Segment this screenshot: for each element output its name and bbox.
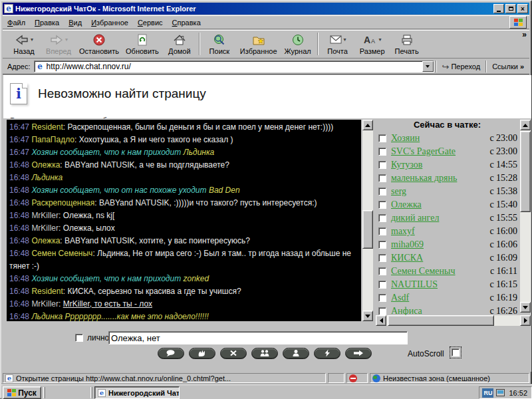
menu-item[interactable]: Справка	[168, 17, 205, 29]
поиск-toolbar-button[interactable]: Поиск	[202, 31, 237, 57]
избранное-toolbar-button[interactable]: Избранное	[237, 31, 281, 57]
start-button[interactable]: Пуск	[3, 386, 41, 399]
назад-toolbar-button[interactable]: ▾Назад	[7, 31, 41, 57]
scroll-down-icon[interactable]	[520, 302, 531, 313]
toolbar-chevron-icon[interactable]: »	[522, 30, 527, 39]
people-icon	[258, 348, 271, 360]
roster-checkbox[interactable]	[378, 214, 386, 222]
roster-user-link[interactable]: дикий ангел	[391, 213, 439, 223]
roster-row: NAUTILUSс 16:15	[376, 278, 519, 291]
address-dropdown-button[interactable]	[422, 61, 434, 72]
scroll-left-icon[interactable]	[376, 315, 386, 326]
chevron-down-icon[interactable]: ▾	[65, 37, 68, 43]
roster-user-link[interactable]: maxyf	[391, 226, 415, 237]
roster-hscrollbar[interactable]	[376, 315, 531, 326]
roster-checkbox[interactable]	[378, 174, 386, 182]
close-button[interactable]	[220, 348, 247, 359]
roster-checkbox[interactable]	[378, 254, 386, 262]
menu-item[interactable]: Сервис	[133, 17, 168, 29]
chat-message: 16:47 ПапаПадло: Хохотушка, а Я ни чего …	[9, 134, 361, 146]
roster-user-link[interactable]: Asdf	[391, 293, 409, 303]
close-button[interactable]: ×	[517, 4, 528, 13]
language-indicator[interactable]: RU	[482, 388, 493, 398]
журнал-toolbar-button[interactable]: Журнал	[281, 31, 315, 57]
roster-user-link[interactable]: Хозяин	[391, 133, 420, 144]
menu-item[interactable]: Файл	[3, 17, 30, 29]
links-button[interactable]: Ссылки »	[488, 60, 528, 73]
people-button[interactable]	[251, 348, 278, 359]
menu-item[interactable]: Избранное	[86, 17, 133, 29]
roster-user-link[interactable]: serg	[391, 186, 406, 197]
roster-user-link[interactable]: SVC's PagerGate	[391, 146, 456, 157]
остановить-toolbar-button[interactable]: Остановить	[76, 31, 122, 57]
roster-scrollbar[interactable]	[520, 120, 531, 313]
roster-checkbox[interactable]	[378, 201, 386, 209]
roster-hscrollbar-thumb[interactable]	[388, 315, 494, 326]
chat-scrollbar[interactable]	[362, 120, 373, 321]
roster-checkbox[interactable]	[378, 134, 386, 142]
chat-bubble-button[interactable]	[158, 348, 184, 359]
address-input[interactable]	[47, 62, 422, 71]
roster-checkbox[interactable]	[378, 241, 386, 249]
scroll-up-icon[interactable]	[362, 120, 373, 130]
close-icon	[227, 348, 240, 360]
roster-checkbox[interactable]	[378, 281, 386, 289]
title-bar[interactable]: e Нижегородский ЧатОк - Microsoft Intern…	[3, 3, 529, 15]
chevron-down-icon[interactable]: ▾	[344, 37, 346, 43]
roster-checkbox[interactable]	[378, 267, 386, 275]
task-button-chat[interactable]: e Нижегородский Чат...	[94, 386, 180, 399]
forward-icon	[49, 33, 64, 47]
roster-checkbox[interactable]	[378, 307, 386, 315]
status-bar: e Открытие страницы http://www.chat.nnov…	[3, 372, 529, 384]
размер-toolbar-button[interactable]: AA▾Размер	[355, 31, 390, 57]
roster-user-link[interactable]: Олежка	[391, 200, 422, 210]
домой-toolbar-button[interactable]: Домой	[162, 31, 197, 57]
roster-user-link[interactable]: Семен Семеныч	[391, 266, 456, 277]
chat-message: 16:48 Хозяин сообщает, что от нас похоже…	[9, 184, 361, 197]
minimize-button[interactable]	[493, 4, 504, 13]
restore-button[interactable]	[505, 4, 516, 13]
chevron-down-icon[interactable]: ▾	[379, 37, 382, 43]
display-settings-icon[interactable]	[496, 389, 505, 396]
taskbar-handle[interactable]	[43, 387, 45, 398]
wave-hand-button[interactable]	[189, 348, 215, 359]
chat-scrollbar-thumb[interactable]	[362, 210, 373, 249]
menu-item[interactable]: Правка	[30, 17, 64, 29]
печать-toolbar-button[interactable]: Печать	[390, 31, 424, 57]
message-input[interactable]	[108, 331, 408, 344]
почта-toolbar-button[interactable]: ▾Почта	[321, 31, 355, 57]
scroll-right-icon[interactable]	[520, 315, 531, 326]
send-arrow-button[interactable]	[345, 348, 372, 359]
roster-row: maxyfс 16:00	[376, 225, 519, 238]
scroll-up-icon[interactable]	[520, 120, 531, 130]
chat-message: 16:47 Resident: Раскрепощенная, были бы …	[9, 121, 361, 134]
roster-user-link[interactable]: КИСКА	[391, 253, 423, 263]
scroll-down-icon[interactable]	[362, 311, 373, 321]
roster-user-link[interactable]: NAUTILUS	[391, 279, 438, 290]
roster-user-link[interactable]: Кутузов	[391, 160, 422, 170]
chevron-down-icon[interactable]: ▾	[31, 37, 33, 43]
обновить-toolbar-button[interactable]: Обновить	[122, 31, 162, 57]
roster-user-link[interactable]: маленькая дрянь	[391, 173, 457, 184]
roster-user-link[interactable]: miha069	[391, 239, 424, 250]
status-text: Открытие страницы http://www.chat.nnov.r…	[16, 374, 231, 382]
info-page-icon: i	[10, 83, 27, 104]
person-button[interactable]	[283, 348, 309, 359]
roster-checkbox[interactable]	[378, 294, 386, 302]
search-icon	[213, 33, 226, 47]
autoscroll-checkbox[interactable]	[452, 348, 460, 356]
go-button[interactable]: ↪ Переход	[438, 60, 485, 73]
personal-checkbox[interactable]	[75, 334, 83, 342]
taskbar-handle[interactable]	[90, 387, 92, 398]
roster-scrollbar-thumb[interactable]	[520, 131, 531, 212]
svg-text:A: A	[371, 38, 375, 45]
roster-checkbox[interactable]	[378, 161, 386, 169]
address-field[interactable]: e	[34, 61, 434, 72]
window-title: Нижегородский ЧатОк - Microsoft Internet…	[15, 5, 493, 13]
roster-row: КИСКАс 16:09	[376, 251, 519, 265]
roster-checkbox[interactable]	[378, 148, 386, 156]
roster-checkbox[interactable]	[378, 227, 386, 235]
roster-checkbox[interactable]	[378, 188, 386, 196]
menu-item[interactable]: Вид	[64, 17, 86, 29]
lightning-button[interactable]	[314, 348, 340, 359]
